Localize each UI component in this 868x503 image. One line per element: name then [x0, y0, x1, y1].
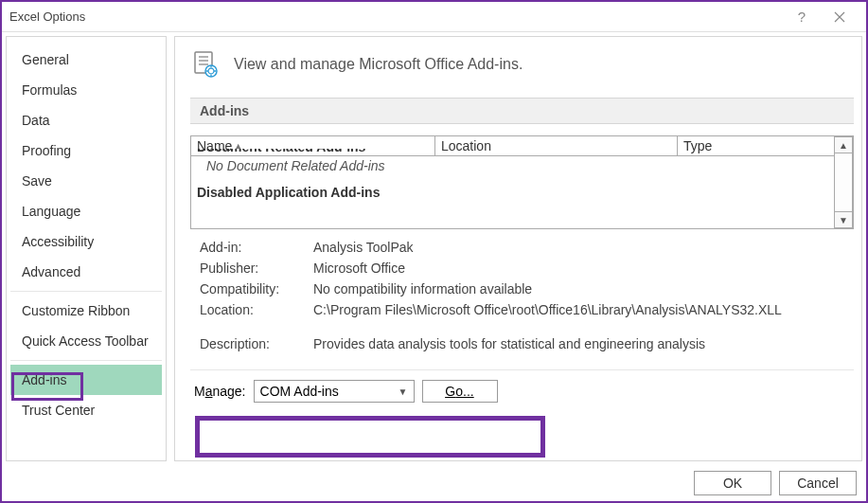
detail-publisher-label: Publisher:	[200, 260, 294, 276]
cancel-button[interactable]: Cancel	[779, 471, 857, 495]
detail-publisher-value: Microsoft Office	[313, 260, 844, 276]
close-icon	[834, 11, 845, 23]
detail-addin-value: Analysis ToolPak	[313, 240, 844, 255]
main: General Formulas Data Proofing Save Lang…	[2, 32, 866, 465]
manage-dropdown-value: COM Add-ins	[260, 384, 339, 399]
scroll-up-button[interactable]: ▲	[834, 136, 853, 153]
scroll-down-button[interactable]: ▼	[834, 211, 853, 228]
addins-icon	[192, 50, 221, 79]
scroll-track[interactable]	[834, 153, 853, 211]
content-pane: View and manage Microsoft Office Add-ins…	[174, 36, 862, 461]
addin-details: Add-in: Analysis ToolPak Publisher: Micr…	[190, 229, 854, 362]
sidebar-item-data[interactable]: Data	[10, 105, 162, 135]
detail-location-value: C:\Program Files\Microsoft Office\root\O…	[313, 302, 844, 317]
sidebar-item-accessibility[interactable]: Accessibility	[10, 226, 162, 257]
no-document-addins: No Document Related Add-ins	[197, 158, 826, 173]
sidebar-item-add-ins[interactable]: Add-ins	[10, 365, 162, 395]
detail-compat-label: Compatibility:	[200, 281, 294, 296]
scrollbar[interactable]: ▲ ▼	[834, 136, 853, 228]
detail-location-label: Location:	[200, 302, 294, 317]
group-document-related: Document Related Add-ins	[197, 149, 826, 158]
window-title: Excel Options	[9, 9, 783, 24]
detail-compat-value: No compatibility information available	[313, 281, 844, 296]
sidebar-item-trust-center[interactable]: Trust Center	[10, 395, 162, 425]
close-button[interactable]	[821, 3, 859, 31]
go-button[interactable]: Go...	[422, 380, 498, 403]
sidebar-item-language[interactable]: Language	[10, 196, 162, 226]
manage-label: Manage:	[194, 384, 246, 399]
detail-addin-label: Add-in:	[200, 240, 294, 255]
addins-table: Name▲ Location Type Document Related Add…	[190, 135, 854, 229]
detail-desc-value: Provides data analysis tools for statist…	[313, 336, 844, 351]
divider	[190, 369, 854, 370]
manage-row: Manage: COM Add-ins ▼ Go...	[190, 374, 854, 408]
content-header: View and manage Microsoft Office Add-ins…	[190, 39, 854, 98]
chevron-down-icon: ▼	[399, 386, 408, 397]
sidebar-item-formulas[interactable]: Formulas	[10, 75, 162, 105]
sidebar-item-customize-ribbon[interactable]: Customize Ribbon	[10, 296, 162, 326]
header-text: View and manage Microsoft Office Add-ins…	[234, 56, 523, 73]
sidebar-item-general[interactable]: General	[10, 45, 162, 75]
detail-desc-label: Description:	[200, 336, 294, 351]
group-disabled-addins: Disabled Application Add-ins	[197, 185, 826, 200]
table-body[interactable]: Document Related Add-ins No Document Rel…	[191, 156, 853, 228]
titlebar: Excel Options ?	[2, 2, 866, 32]
manage-dropdown[interactable]: COM Add-ins ▼	[254, 380, 415, 403]
sidebar-separator	[10, 291, 162, 292]
sidebar-item-advanced[interactable]: Advanced	[10, 257, 162, 287]
sidebar: General Formulas Data Proofing Save Lang…	[6, 36, 167, 461]
go-button-label: Go...	[445, 384, 473, 399]
ok-button[interactable]: OK	[694, 471, 771, 495]
help-button[interactable]: ?	[783, 3, 821, 31]
sidebar-item-save[interactable]: Save	[10, 166, 162, 196]
sidebar-separator	[10, 360, 162, 361]
dialog-footer: OK Cancel	[2, 465, 866, 501]
sidebar-item-quick-access-toolbar[interactable]: Quick Access Toolbar	[10, 326, 162, 356]
sidebar-item-proofing[interactable]: Proofing	[10, 135, 162, 166]
section-title: Add-ins	[190, 98, 854, 124]
